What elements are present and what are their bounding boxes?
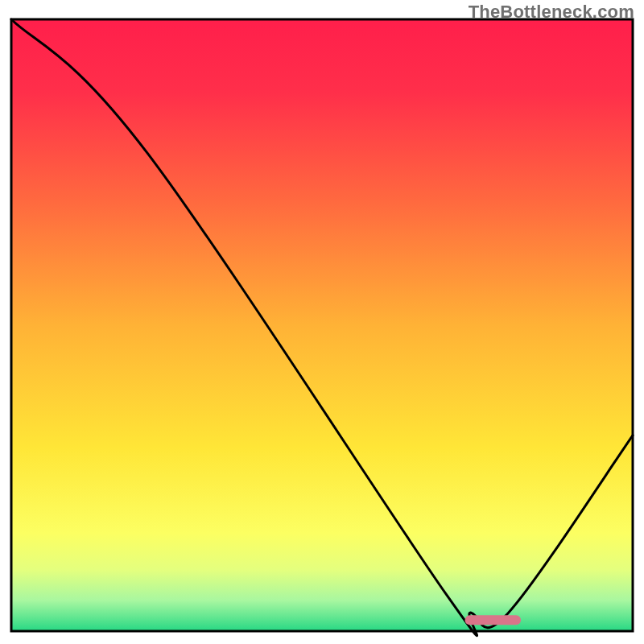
watermark-text: TheBottleneck.com xyxy=(469,2,634,23)
chart-svg xyxy=(0,0,644,644)
highlight-marker xyxy=(465,615,521,625)
plot-background xyxy=(11,19,633,631)
chart-container: TheBottleneck.com xyxy=(0,0,644,644)
